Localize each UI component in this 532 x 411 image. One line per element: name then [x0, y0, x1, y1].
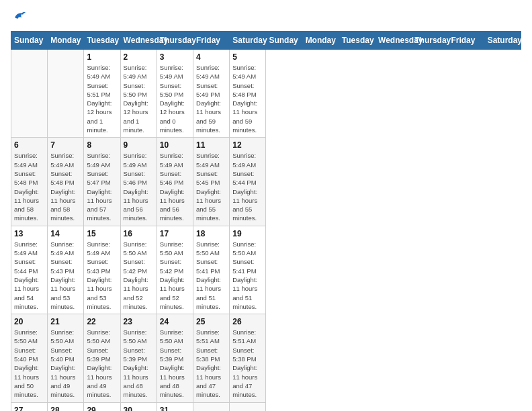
- calendar-table: SundayMondayTuesdayWednesdayThursdayFrid…: [11, 31, 521, 411]
- day-header-monday: Monday: [302, 32, 339, 50]
- cell-content: Sunrise: 5:50 AMSunset: 5:40 PMDaylight:…: [14, 328, 44, 399]
- day-header-friday: Friday: [448, 32, 484, 50]
- calendar-cell: 13Sunrise: 5:49 AMSunset: 5:44 PMDayligh…: [11, 226, 48, 314]
- day-header-sunday: Sunday: [266, 32, 302, 50]
- cell-content: Sunrise: 5:50 AMSunset: 5:40 PMDaylight:…: [50, 328, 81, 399]
- calendar-week-row: 20Sunrise: 5:50 AMSunset: 5:40 PMDayligh…: [11, 314, 521, 402]
- day-number: 26: [232, 317, 263, 326]
- calendar-header-row: SundayMondayTuesdayWednesdayThursdayFrid…: [11, 32, 521, 50]
- calendar-cell: 5Sunrise: 5:49 AMSunset: 5:48 PMDaylight…: [230, 50, 266, 138]
- calendar-cell: 17Sunrise: 5:50 AMSunset: 5:42 PMDayligh…: [157, 226, 193, 314]
- day-number: 30: [124, 406, 154, 412]
- calendar-cell: 12Sunrise: 5:49 AMSunset: 5:44 PMDayligh…: [230, 138, 266, 226]
- cell-content: Sunrise: 5:49 AMSunset: 5:51 PMDaylight:…: [87, 63, 117, 134]
- cell-content: Sunrise: 5:49 AMSunset: 5:43 PMDaylight:…: [50, 240, 81, 311]
- cell-content: Sunrise: 5:49 AMSunset: 5:45 PMDaylight:…: [196, 151, 226, 222]
- cell-content: Sunrise: 5:49 AMSunset: 5:50 PMDaylight:…: [160, 63, 190, 134]
- calendar-cell: 21Sunrise: 5:50 AMSunset: 5:40 PMDayligh…: [48, 314, 84, 402]
- calendar-cell: 29Sunrise: 5:51 AMSunset: 5:37 PMDayligh…: [84, 402, 120, 411]
- day-number: 25: [196, 317, 226, 326]
- day-number: 8: [87, 140, 117, 150]
- day-number: 13: [14, 229, 44, 238]
- cell-content: Sunrise: 5:49 AMSunset: 5:46 PMDaylight:…: [160, 151, 190, 222]
- day-number: 21: [50, 317, 81, 326]
- day-number: 29: [87, 406, 117, 412]
- calendar-cell: 31Sunrise: 5:52 AMSunset: 5:36 PMDayligh…: [157, 402, 193, 411]
- calendar-cell: 27Sunrise: 5:51 AMSunset: 5:37 PMDayligh…: [11, 402, 48, 411]
- day-header-wednesday: Wednesday: [375, 32, 412, 50]
- cell-content: Sunrise: 5:50 AMSunset: 5:39 PMDaylight:…: [160, 328, 190, 399]
- cell-content: Sunrise: 5:50 AMSunset: 5:42 PMDaylight:…: [160, 240, 190, 311]
- calendar-cell: [11, 50, 48, 138]
- cell-content: Sunrise: 5:50 AMSunset: 5:39 PMDaylight:…: [124, 328, 154, 399]
- calendar-cell: [48, 50, 84, 138]
- day-number: 15: [87, 229, 117, 238]
- cell-content: Sunrise: 5:49 AMSunset: 5:48 PMDaylight:…: [14, 151, 44, 222]
- calendar-week-row: 27Sunrise: 5:51 AMSunset: 5:37 PMDayligh…: [11, 402, 521, 411]
- calendar-cell: 19Sunrise: 5:50 AMSunset: 5:41 PMDayligh…: [230, 226, 266, 314]
- cell-content: Sunrise: 5:49 AMSunset: 5:50 PMDaylight:…: [124, 63, 154, 134]
- day-number: 24: [160, 317, 190, 326]
- day-number: 12: [232, 140, 263, 150]
- calendar-cell: 25Sunrise: 5:51 AMSunset: 5:38 PMDayligh…: [193, 314, 230, 402]
- day-number: 2: [124, 52, 154, 62]
- day-number: 10: [160, 140, 190, 150]
- calendar-week-row: 6Sunrise: 5:49 AMSunset: 5:48 PMDaylight…: [11, 138, 521, 226]
- day-number: 3: [160, 52, 190, 62]
- calendar-cell: 28Sunrise: 5:51 AMSunset: 5:37 PMDayligh…: [48, 402, 84, 411]
- day-number: 11: [196, 140, 226, 150]
- calendar-cell: 4Sunrise: 5:49 AMSunset: 5:49 PMDaylight…: [193, 50, 230, 138]
- calendar-week-row: 1Sunrise: 5:49 AMSunset: 5:51 PMDaylight…: [11, 50, 521, 138]
- day-number: 17: [160, 229, 190, 238]
- day-header-saturday: Saturday: [484, 32, 521, 50]
- day-number: 9: [124, 140, 154, 150]
- day-number: 20: [14, 317, 44, 326]
- day-header-tuesday: Tuesday: [339, 32, 375, 50]
- cell-content: Sunrise: 5:49 AMSunset: 5:44 PMDaylight:…: [232, 151, 263, 222]
- calendar-cell: 1Sunrise: 5:49 AMSunset: 5:51 PMDaylight…: [84, 50, 120, 138]
- cell-content: Sunrise: 5:50 AMSunset: 5:39 PMDaylight:…: [87, 328, 117, 399]
- calendar-cell: 14Sunrise: 5:49 AMSunset: 5:43 PMDayligh…: [48, 226, 84, 314]
- day-number: 6: [14, 140, 44, 150]
- calendar-cell: 22Sunrise: 5:50 AMSunset: 5:39 PMDayligh…: [84, 314, 120, 402]
- calendar-cell: 16Sunrise: 5:50 AMSunset: 5:42 PMDayligh…: [120, 226, 157, 314]
- calendar-cell: 30Sunrise: 5:51 AMSunset: 5:36 PMDayligh…: [120, 402, 157, 411]
- cell-content: Sunrise: 5:49 AMSunset: 5:46 PMDaylight:…: [124, 151, 154, 222]
- cell-content: Sunrise: 5:50 AMSunset: 5:41 PMDaylight:…: [232, 240, 263, 311]
- day-header-thursday: Thursday: [412, 32, 448, 50]
- day-number: 31: [160, 406, 190, 412]
- cell-content: Sunrise: 5:51 AMSunset: 5:38 PMDaylight:…: [196, 328, 226, 399]
- day-number: 27: [14, 406, 44, 412]
- calendar-cell: 26Sunrise: 5:51 AMSunset: 5:38 PMDayligh…: [230, 314, 266, 402]
- calendar-cell: 6Sunrise: 5:49 AMSunset: 5:48 PMDaylight…: [11, 138, 48, 226]
- cell-content: Sunrise: 5:50 AMSunset: 5:41 PMDaylight:…: [196, 240, 226, 311]
- day-header-tuesday: Tuesday: [84, 32, 120, 50]
- logo: [11, 11, 27, 24]
- cell-content: Sunrise: 5:49 AMSunset: 5:47 PMDaylight:…: [87, 151, 117, 222]
- day-number: 22: [87, 317, 117, 326]
- calendar-cell: 3Sunrise: 5:49 AMSunset: 5:50 PMDaylight…: [157, 50, 193, 138]
- calendar-cell: 10Sunrise: 5:49 AMSunset: 5:46 PMDayligh…: [157, 138, 193, 226]
- cell-content: Sunrise: 5:51 AMSunset: 5:38 PMDaylight:…: [232, 328, 263, 399]
- day-header-sunday: Sunday: [11, 32, 48, 50]
- day-number: 28: [50, 406, 81, 412]
- calendar-cell: 20Sunrise: 5:50 AMSunset: 5:40 PMDayligh…: [11, 314, 48, 402]
- day-number: 14: [50, 229, 81, 238]
- cell-content: Sunrise: 5:49 AMSunset: 5:49 PMDaylight:…: [196, 63, 226, 134]
- calendar-cell: 23Sunrise: 5:50 AMSunset: 5:39 PMDayligh…: [120, 314, 157, 402]
- calendar-cell: 9Sunrise: 5:49 AMSunset: 5:46 PMDaylight…: [120, 138, 157, 226]
- day-number: 19: [232, 229, 263, 238]
- cell-content: Sunrise: 5:49 AMSunset: 5:43 PMDaylight:…: [87, 240, 117, 311]
- calendar-cell: 18Sunrise: 5:50 AMSunset: 5:41 PMDayligh…: [193, 226, 230, 314]
- day-number: 18: [196, 229, 226, 238]
- logo-bird-icon: [12, 9, 27, 24]
- cell-content: Sunrise: 5:49 AMSunset: 5:44 PMDaylight:…: [14, 240, 44, 311]
- day-number: 23: [124, 317, 154, 326]
- day-number: 4: [196, 52, 226, 62]
- cell-content: Sunrise: 5:49 AMSunset: 5:48 PMDaylight:…: [50, 151, 81, 222]
- day-number: 7: [50, 140, 81, 150]
- day-number: 1: [87, 52, 117, 62]
- cell-content: Sunrise: 5:50 AMSunset: 5:42 PMDaylight:…: [124, 240, 154, 311]
- calendar-cell: 7Sunrise: 5:49 AMSunset: 5:48 PMDaylight…: [48, 138, 84, 226]
- calendar-cell: [230, 402, 266, 411]
